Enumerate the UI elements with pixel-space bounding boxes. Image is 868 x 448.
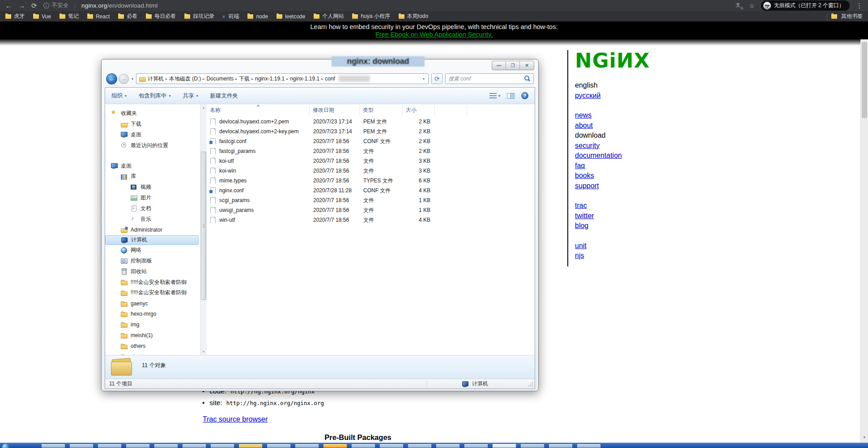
file-row[interactable]: scgi_params2020/7/7 18:56文件1 KB — [207, 195, 535, 205]
bookmark-item[interactable]: 虎牙 — [5, 13, 25, 20]
tree-item[interactable]: 桌面 — [105, 130, 200, 140]
column-header[interactable]: 名称 — [207, 104, 310, 116]
trac-source-browser-link[interactable]: Trac source browser — [203, 415, 268, 423]
bookmark-item[interactable]: 每日必看 — [146, 13, 176, 20]
bookmark-item[interactable]: 踩坑记录 — [184, 13, 214, 20]
tree-item[interactable]: 桌面 — [105, 161, 200, 171]
file-row[interactable]: mime.types2020/7/7 18:56TYPES 文件6 KB — [207, 176, 535, 186]
taskbar-button[interactable] — [436, 444, 460, 448]
taskbar-button[interactable] — [464, 444, 488, 448]
translate-icon[interactable] — [736, 2, 743, 9]
breadcrumb-address-field[interactable]: 计算机▸本地磁盘 (D:)▸Documents▸下载▸nginx-1.19.1▸… — [136, 73, 429, 84]
breadcrumb-item[interactable]: nginx-1.19.1 — [288, 76, 321, 82]
scrollbar-thumb[interactable] — [862, 42, 867, 118]
close-button[interactable] — [520, 61, 534, 70]
bookmark-item[interactable]: React — [87, 13, 110, 20]
address-dropdown-icon[interactable]: ▾ — [421, 77, 426, 81]
tree-item[interactable]: 下载 — [105, 119, 200, 130]
breadcrumb-item[interactable]: conf — [323, 76, 337, 82]
toolbar-button[interactable]: 组织▾ — [111, 92, 127, 100]
taskbar-button[interactable] — [98, 444, 122, 448]
restore-button[interactable] — [506, 61, 520, 70]
tree-item[interactable]: vhosts — [105, 351, 200, 355]
bookmark-item[interactable]: 本周todo — [399, 13, 428, 20]
menu-link[interactable]: documentation — [575, 151, 622, 161]
file-row[interactable]: nginx.conf2020/7/28 11:28CONF 文件4 KB — [207, 186, 535, 195]
site-security-chip[interactable]: i 不安全 — [43, 2, 69, 9]
tree-item[interactable]: !!!!!金山安全勒索者防御 — [105, 277, 200, 287]
resize-grip[interactable] — [528, 382, 533, 387]
nav-back-button[interactable]: ← — [106, 73, 117, 85]
tree-item[interactable]: hexo-mrgo — [105, 309, 200, 320]
column-header[interactable]: 修改日期 — [310, 104, 360, 116]
tree-item[interactable]: 网络 — [105, 245, 200, 256]
breadcrumb-item[interactable]: nginx-1.19.1 — [253, 76, 286, 82]
tree-item[interactable]: 最近访问的位置 — [105, 140, 200, 151]
menu-link[interactable]: about — [575, 121, 593, 131]
tree-item[interactable]: 音乐 — [105, 214, 200, 224]
search-input[interactable]: 搜索 conf — [445, 73, 534, 84]
taskbar-button[interactable] — [379, 444, 404, 448]
tree-item[interactable]: !!!!!金山安全勒索者防御 — [105, 287, 200, 298]
taskbar-button[interactable] — [577, 444, 601, 448]
views-button[interactable]: ▾ — [489, 93, 500, 98]
tree-item[interactable]: Administrator — [105, 224, 200, 235]
bookmark-item[interactable]: leetcode — [277, 13, 305, 20]
toolbar-button[interactable]: 包含到库中▾ — [139, 92, 171, 100]
bookmark-star-icon[interactable]: ☆ — [749, 2, 755, 9]
taskbar-button[interactable] — [154, 444, 178, 448]
taskbar-button[interactable] — [267, 444, 291, 448]
bookmark-item[interactable]: 必看 — [118, 13, 137, 20]
bullet-url[interactable]: http://hg.nginx.org/nginx.org — [226, 400, 324, 406]
scroll-down-icon[interactable]: ▼ — [200, 348, 207, 355]
file-row[interactable]: koi-win2020/7/7 18:56文件3 KB — [207, 166, 535, 176]
taskbar-button[interactable] — [210, 444, 234, 448]
file-row[interactable]: fastcgi_params2020/7/7 18:56文件2 KB — [207, 146, 535, 156]
file-row[interactable]: win-utf2020/7/7 18:56文件4 KB — [207, 215, 535, 225]
tree-item[interactable]: meishi(1) — [105, 330, 200, 341]
nav-history-caret-icon[interactable]: ▾ — [132, 77, 133, 81]
tree-item[interactable]: 计算机 — [105, 235, 199, 245]
tree-item[interactable]: 控制面板 — [105, 256, 200, 266]
toolbar-button[interactable]: 新建文件夹 — [210, 92, 238, 100]
help-icon[interactable]: ? — [521, 92, 528, 99]
menu-link[interactable]: news — [575, 110, 591, 121]
file-row[interactable]: fastcgi.conf2020/7/7 18:56CONF 文件2 KB — [207, 136, 535, 146]
menu-link[interactable]: twitter — [575, 211, 594, 221]
taskbar-button[interactable] — [323, 444, 347, 448]
file-row[interactable]: uwsgi_params2020/7/7 18:56文件1 KB — [207, 205, 535, 215]
menu-dots-icon[interactable]: ⋮ — [856, 2, 863, 10]
taskbar-button[interactable] — [182, 444, 206, 448]
tree-item[interactable]: img — [105, 319, 200, 330]
column-header[interactable]: 类型 — [360, 104, 403, 116]
refresh-button[interactable]: ⟳ — [431, 73, 443, 84]
menu-link[interactable]: unit — [575, 241, 587, 251]
other-bookmarks[interactable]: 其他书签 — [841, 13, 863, 20]
scroll-up-icon[interactable]: ▲ — [200, 104, 207, 111]
breadcrumb-item[interactable]: 下载 — [237, 75, 251, 83]
scrollbar-down-icon[interactable]: ▼ — [861, 435, 868, 440]
reload-icon[interactable]: ⟳ — [31, 2, 37, 9]
page-scrollbar[interactable]: ▼ — [860, 39, 868, 443]
tree-item[interactable]: 文档 — [105, 203, 200, 214]
taskbar-button[interactable] — [295, 444, 319, 448]
taskbar-button[interactable] — [41, 444, 65, 448]
bookmark-item[interactable]: huya 小程序 — [352, 13, 390, 20]
minimize-button[interactable] — [492, 61, 506, 70]
breadcrumb-item[interactable]: 计算机 — [146, 75, 166, 83]
menu-link[interactable]: русский — [575, 91, 600, 101]
taskbar-button[interactable] — [549, 444, 573, 448]
file-row[interactable]: devlocal.huyaext.com+2-key.pem2020/7/23 … — [207, 127, 535, 136]
bookmark-item[interactable]: node — [247, 13, 268, 20]
nginx-logo[interactable]: NGiИX — [575, 50, 664, 72]
menu-link[interactable]: security — [575, 141, 600, 151]
file-row[interactable]: devlocal.huyaext.com+2.pem2020/7/23 17:1… — [207, 117, 535, 127]
forward-icon[interactable]: → — [18, 2, 25, 9]
taskbar-button[interactable] — [520, 444, 545, 448]
taskbar-button[interactable] — [238, 444, 263, 448]
breadcrumb-item[interactable]: Documents — [204, 76, 235, 82]
column-header[interactable]: 大小 — [403, 104, 435, 116]
address-bar[interactable]: nginx.org/en/download.html — [81, 2, 157, 9]
nav-forward-button[interactable]: → — [119, 74, 129, 84]
preview-pane-icon[interactable] — [507, 93, 515, 99]
